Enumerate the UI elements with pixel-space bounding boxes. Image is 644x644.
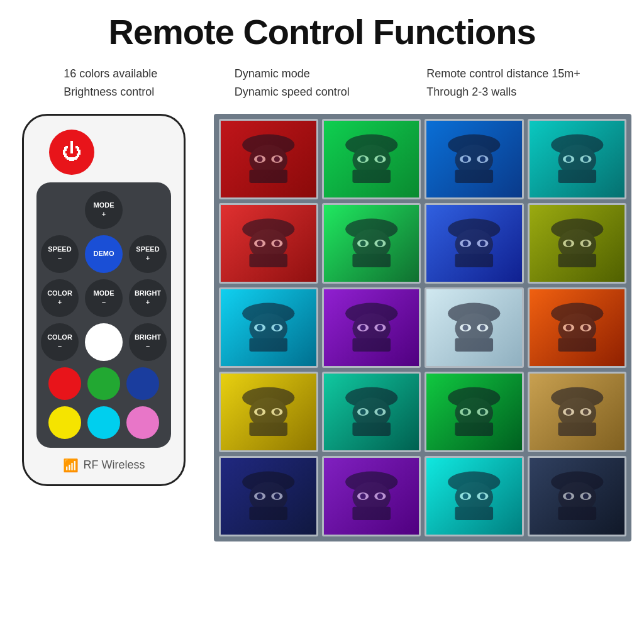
main-content: ⏻ MODE + SPEED – bbox=[0, 114, 644, 541]
svg-point-124 bbox=[377, 493, 382, 499]
svg-point-74 bbox=[463, 325, 469, 330]
feature-2-line1: Dynamic mode bbox=[235, 65, 350, 83]
svg-point-67 bbox=[360, 325, 365, 330]
grid-cell bbox=[219, 372, 318, 452]
svg-point-47 bbox=[480, 240, 486, 246]
cell-inner bbox=[426, 374, 522, 450]
feature-3-line1: Remote control distance 15m+ bbox=[426, 65, 580, 83]
grid-cell bbox=[219, 203, 318, 284]
image-grid bbox=[214, 114, 631, 541]
anime-face-svg bbox=[221, 205, 316, 282]
svg-point-26 bbox=[582, 156, 588, 162]
grid-cell bbox=[528, 456, 627, 536]
anime-face-svg bbox=[426, 205, 522, 282]
color-dots-row-1 bbox=[48, 367, 159, 400]
grid-cell bbox=[219, 456, 318, 536]
grid-cell bbox=[528, 119, 627, 199]
speed-plus-button[interactable]: SPEED + bbox=[129, 235, 167, 273]
green-color-button[interactable] bbox=[87, 367, 120, 400]
svg-point-96 bbox=[377, 409, 382, 414]
yellow-color-button[interactable] bbox=[48, 406, 81, 439]
svg-point-95 bbox=[360, 409, 365, 414]
svg-point-5 bbox=[274, 156, 280, 162]
svg-rect-83 bbox=[558, 338, 596, 351]
svg-rect-104 bbox=[455, 422, 493, 435]
anime-face-svg bbox=[324, 289, 419, 366]
rf-text: RF Wireless bbox=[84, 458, 145, 472]
anime-face-svg bbox=[221, 121, 316, 197]
cyan-color-button[interactable] bbox=[87, 406, 120, 439]
anime-face-svg bbox=[530, 121, 625, 197]
svg-point-60 bbox=[257, 325, 263, 330]
cell-inner bbox=[426, 289, 522, 366]
svg-rect-97 bbox=[352, 422, 391, 435]
anime-face-svg bbox=[530, 205, 625, 282]
white-button[interactable] bbox=[85, 323, 123, 361]
svg-point-19 bbox=[480, 156, 486, 162]
grid-cell bbox=[219, 119, 318, 199]
grid-cell bbox=[425, 456, 524, 536]
svg-point-33 bbox=[274, 240, 280, 246]
svg-point-53 bbox=[565, 240, 571, 246]
color-plus-button[interactable]: COLOR + bbox=[41, 279, 79, 317]
pink-color-button[interactable] bbox=[126, 406, 159, 439]
svg-point-11 bbox=[360, 156, 365, 162]
svg-point-88 bbox=[257, 409, 263, 414]
demo-button[interactable]: DEMO bbox=[85, 235, 123, 273]
grid-cell bbox=[322, 203, 421, 284]
svg-point-130 bbox=[463, 493, 469, 499]
cell-inner bbox=[426, 121, 522, 197]
feature-2-line2: Dynamic speed control bbox=[235, 83, 350, 101]
cell-inner bbox=[221, 458, 316, 535]
svg-rect-20 bbox=[455, 169, 493, 182]
mode-minus-button[interactable]: MODE – bbox=[85, 279, 123, 317]
rf-label: 📶 RF Wireless bbox=[63, 458, 145, 473]
svg-point-40 bbox=[377, 240, 382, 246]
cell-inner bbox=[324, 289, 419, 366]
speed-minus-button[interactable]: SPEED – bbox=[41, 235, 79, 273]
blue-color-button[interactable] bbox=[126, 367, 159, 400]
svg-point-25 bbox=[565, 156, 571, 162]
anime-face-svg bbox=[530, 458, 625, 535]
feature-1-line2: Brightness control bbox=[64, 83, 157, 101]
cell-inner bbox=[221, 374, 316, 450]
feature-1-line1: 16 colors available bbox=[64, 65, 157, 83]
svg-point-138 bbox=[582, 493, 588, 499]
mode-plus-button[interactable]: MODE + bbox=[85, 191, 123, 229]
grid-cell bbox=[219, 287, 318, 368]
feature-3-line2: Through 2-3 walls bbox=[426, 83, 580, 101]
page-title: Remote Control Functions bbox=[0, 11, 644, 52]
grid-cell bbox=[425, 287, 524, 368]
button-row-3: COLOR + MODE – BRIGHT + bbox=[41, 279, 167, 317]
feature-col-3: Remote control distance 15m+ Through 2-3… bbox=[426, 65, 580, 101]
bright-plus-button[interactable]: BRIGHT + bbox=[129, 279, 167, 317]
svg-point-102 bbox=[463, 409, 469, 414]
svg-rect-69 bbox=[352, 338, 391, 351]
anime-face-svg bbox=[426, 374, 522, 450]
cell-inner bbox=[426, 458, 522, 535]
anime-face-svg bbox=[324, 121, 419, 197]
svg-point-54 bbox=[582, 240, 588, 246]
red-color-button[interactable] bbox=[48, 367, 81, 400]
cell-inner bbox=[221, 121, 316, 197]
power-button[interactable]: ⏻ bbox=[49, 130, 94, 175]
cell-inner bbox=[324, 374, 419, 450]
svg-point-110 bbox=[582, 409, 588, 414]
features-row: 16 colors available Brightness control D… bbox=[0, 58, 644, 114]
svg-point-61 bbox=[274, 325, 280, 330]
color-minus-button[interactable]: COLOR – bbox=[41, 323, 79, 361]
bright-minus-button[interactable]: BRIGHT – bbox=[129, 323, 167, 361]
anime-face-svg bbox=[426, 121, 522, 197]
grid-cell bbox=[322, 119, 421, 199]
remote-control: ⏻ MODE + SPEED – bbox=[22, 114, 186, 486]
svg-rect-6 bbox=[249, 169, 287, 182]
svg-point-123 bbox=[360, 493, 365, 499]
grid-cell bbox=[425, 119, 524, 199]
button-row-2: SPEED – DEMO SPEED + bbox=[41, 235, 167, 273]
svg-rect-27 bbox=[558, 169, 596, 182]
svg-point-137 bbox=[565, 493, 571, 499]
button-row-4: COLOR – BRIGHT – bbox=[41, 323, 167, 361]
svg-point-82 bbox=[582, 325, 588, 330]
svg-rect-125 bbox=[352, 506, 391, 519]
svg-point-89 bbox=[274, 409, 280, 414]
